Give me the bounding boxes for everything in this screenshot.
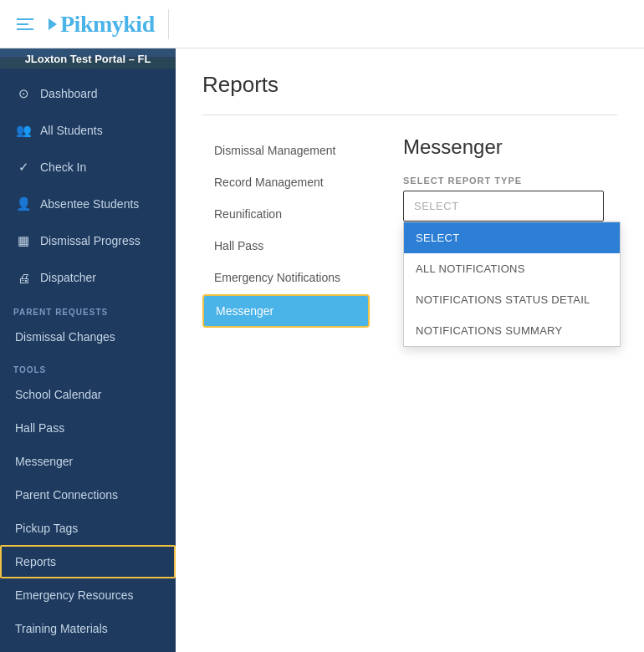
sidebar-item-label: Dashboard	[40, 87, 98, 100]
section-tools: TOOLS	[0, 354, 176, 378]
header-divider	[168, 9, 169, 39]
report-panel: Messenger SELECT REPORT TYPE SELECT SELE…	[403, 135, 617, 222]
select-wrapper: SELECT SELECT ALL NOTIFICATIONS NOTIFICA…	[403, 191, 604, 222]
page-divider	[202, 115, 617, 115]
sidebar-item-training-materials[interactable]: Training Materials	[0, 612, 176, 645]
sidebar-item-label: Parent Connections	[15, 488, 118, 502]
report-nav-hall-pass[interactable]: Hall Pass	[202, 231, 370, 261]
report-nav-emergency-notifications[interactable]: Emergency Notifications	[202, 262, 370, 293]
sidebar-item-label: Hall Pass	[15, 421, 64, 435]
sidebar-item-parent-connections[interactable]: Parent Connections	[0, 478, 176, 512]
dropdown-option-notifications-status-detail[interactable]: NOTIFICATIONS STATUS DETAIL	[404, 284, 620, 315]
sidebar-item-dispatcher[interactable]: 🖨 Dispatcher	[0, 259, 176, 296]
sidebar-item-dismissal-progress[interactable]: ▦ Dismissal Progress	[0, 222, 176, 259]
dropdown-option-all-notifications[interactable]: ALL NOTIFICATIONS	[404, 253, 620, 284]
logo-text: Pikmykid	[60, 11, 155, 38]
sidebar-item-label: Check In	[40, 160, 86, 174]
sidebar-item-label: Pickup Tags	[15, 522, 78, 535]
sidebar-item-reports[interactable]: Reports	[0, 545, 176, 578]
main-content: Reports Dismissal Management Record Mana…	[176, 48, 644, 652]
dropdown-list: SELECT ALL NOTIFICATIONS NOTIFICATIONS S…	[403, 222, 621, 347]
report-nav-record-management[interactable]: Record Management	[202, 167, 370, 197]
report-nav: Dismissal Management Record Management R…	[202, 135, 370, 329]
page-title: Reports	[202, 72, 617, 98]
check-in-icon: ✓	[15, 159, 32, 176]
sidebar-item-pickup-tags[interactable]: Pickup Tags	[0, 512, 176, 545]
all-students-icon: 👥	[15, 122, 32, 139]
sidebar-item-label: Dispatcher	[40, 271, 96, 284]
dropdown-option-notifications-summary[interactable]: NOTIFICATIONS SUMMARY	[404, 315, 620, 346]
report-panel-title: Messenger	[403, 135, 617, 159]
layout: JLoxton Test Portal – FL ⊙ Dashboard 👥 A…	[0, 48, 644, 652]
logo-triangle-icon	[49, 18, 57, 30]
dispatcher-icon: 🖨	[15, 269, 32, 286]
reports-layout: Dismissal Management Record Management R…	[202, 135, 617, 329]
sidebar-item-label: School Calendar	[15, 388, 102, 401]
sidebar-item-check-in[interactable]: ✓ Check In	[0, 149, 176, 186]
sidebar-item-label: Absentee Students	[40, 197, 139, 211]
sidebar-item-label: All Students	[40, 124, 103, 137]
school-banner: JLoxton Test Portal – FL	[0, 48, 176, 69]
sidebar-item-label: Training Materials	[15, 622, 108, 635]
select-box[interactable]: SELECT	[403, 191, 604, 222]
sidebar-item-label: Dismissal Changes	[15, 330, 115, 344]
sidebar-item-emergency-resources[interactable]: Emergency Resources	[0, 578, 176, 612]
dismissal-progress-icon: ▦	[15, 232, 32, 249]
sidebar: JLoxton Test Portal – FL ⊙ Dashboard 👥 A…	[0, 48, 176, 652]
sidebar-nav: ⊙ Dashboard 👥 All Students ✓ Check In 👤 …	[0, 69, 176, 652]
sidebar-item-hall-pass[interactable]: Hall Pass	[0, 411, 176, 445]
menu-toggle-button[interactable]	[13, 15, 37, 33]
sidebar-item-label: Messenger	[15, 455, 73, 468]
sidebar-item-school-calendar[interactable]: School Calendar	[0, 378, 176, 411]
sidebar-item-label: Dismissal Progress	[40, 234, 141, 247]
section-parent-requests: PARENT REQUESTS	[0, 296, 176, 320]
sidebar-item-dismissal-changes[interactable]: Dismissal Changes	[0, 320, 176, 354]
report-nav-messenger[interactable]: Messenger	[202, 294, 370, 328]
sidebar-item-all-students[interactable]: 👥 All Students	[0, 112, 176, 149]
sidebar-item-messenger[interactable]: Messenger	[0, 445, 176, 478]
school-name: JLoxton Test Portal – FL	[0, 48, 176, 69]
sidebar-item-absentee-students[interactable]: 👤 Absentee Students	[0, 186, 176, 222]
sidebar-item-label: Emergency Resources	[15, 588, 134, 602]
top-header: Pikmykid	[0, 0, 644, 48]
report-nav-dismissal-management[interactable]: Dismissal Management	[202, 135, 370, 166]
dashboard-icon: ⊙	[15, 85, 32, 102]
absentee-icon: 👤	[15, 196, 32, 212]
sidebar-item-label: Reports	[15, 555, 56, 568]
dropdown-option-select[interactable]: SELECT	[404, 222, 620, 253]
header-left: Pikmykid	[13, 11, 155, 38]
report-nav-reunification[interactable]: Reunification	[202, 199, 370, 229]
sidebar-item-dashboard[interactable]: ⊙ Dashboard	[0, 75, 176, 112]
logo-area: Pikmykid	[49, 11, 155, 38]
select-report-label: SELECT REPORT TYPE	[403, 176, 617, 186]
